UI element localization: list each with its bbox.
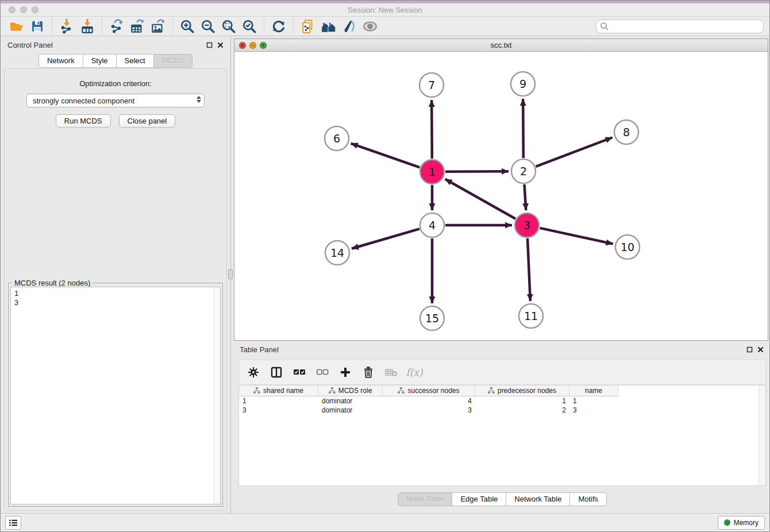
panel-splitter-handle[interactable] xyxy=(228,269,233,279)
export-image-button[interactable] xyxy=(148,17,168,36)
export-network-icon xyxy=(109,19,124,34)
node-table: shared nameMCDS rolesuccessor nodesprede… xyxy=(238,385,766,486)
graph-edge-2-8[interactable] xyxy=(536,137,613,167)
column-header-shared-name[interactable]: shared name xyxy=(239,385,318,396)
gear-button[interactable] xyxy=(246,365,261,380)
run-mcds-button[interactable]: Run MCDS xyxy=(56,114,111,128)
apply-layout-icon xyxy=(271,19,286,34)
search-box[interactable] xyxy=(596,20,764,33)
zoom-selected-button[interactable] xyxy=(239,17,260,36)
tab-mcds[interactable]: MCDS xyxy=(154,54,192,68)
save-session-button[interactable] xyxy=(27,17,48,36)
table-cell[interactable]: 1 xyxy=(475,396,569,406)
select-all-columns-button[interactable] xyxy=(292,365,307,380)
import-table-button[interactable] xyxy=(77,17,98,36)
clone-network-button[interactable] xyxy=(298,17,318,36)
table-cell[interactable]: 2 xyxy=(475,406,569,415)
graph-edge-3-11[interactable] xyxy=(528,238,530,301)
zoom-in-button[interactable] xyxy=(177,17,198,36)
table-cell[interactable]: 3 xyxy=(383,406,475,415)
function-builder-button[interactable]: f(x) xyxy=(407,365,422,380)
graph-edge-2-3[interactable] xyxy=(524,184,526,210)
graph-edge-2-9[interactable] xyxy=(523,99,523,158)
network-overview-icon xyxy=(321,19,337,34)
graph-edge-1-6[interactable] xyxy=(351,144,420,168)
task-history-button[interactable] xyxy=(5,516,21,530)
open-session-button[interactable] xyxy=(6,17,27,36)
table-cell[interactable]: dominator xyxy=(318,396,383,406)
tab-node-table[interactable]: Node Table xyxy=(398,492,453,506)
tab-network[interactable]: Network xyxy=(38,54,83,68)
tab-network-table[interactable]: Network Table xyxy=(506,492,570,506)
close-panel-icon[interactable] xyxy=(757,346,764,353)
close-panel-icon[interactable] xyxy=(217,42,224,48)
table-cell[interactable]: 4 xyxy=(383,396,475,406)
table-row[interactable]: 1dominator411 xyxy=(239,396,765,406)
table-cell[interactable]: 3 xyxy=(569,406,618,415)
mcds-tab-content: Optimization criterion: strongly connect… xyxy=(4,68,227,511)
tab-style[interactable]: Style xyxy=(83,54,117,68)
float-panel-icon[interactable] xyxy=(746,346,753,353)
import-network-button[interactable] xyxy=(56,17,77,36)
export-network-button[interactable] xyxy=(106,17,127,36)
tab-select[interactable]: Select xyxy=(117,54,154,68)
columns-button[interactable] xyxy=(269,365,284,380)
graph-node-label: 2 xyxy=(520,165,527,178)
add-column-button[interactable] xyxy=(338,365,353,380)
search-input[interactable] xyxy=(609,21,760,32)
graph-node-label: 8 xyxy=(623,126,630,138)
criterion-dropdown[interactable]: strongly connected component xyxy=(26,94,205,107)
table-row[interactable]: 3dominator323 xyxy=(239,406,765,415)
toolbar-separator xyxy=(293,18,294,34)
table-cell[interactable]: 1 xyxy=(569,396,618,406)
tab-motifs[interactable]: Motifs xyxy=(570,492,607,506)
memory-button[interactable]: Memory xyxy=(718,516,765,530)
graphics-details-button[interactable] xyxy=(339,17,360,36)
graph-node-label: 15 xyxy=(425,312,439,325)
add-column-icon xyxy=(340,367,351,378)
mcds-result-text[interactable]: 1 3 xyxy=(10,287,221,504)
toolbar-separator xyxy=(172,18,173,34)
graph-edge-1-7[interactable] xyxy=(432,100,432,159)
graph-node-label: 6 xyxy=(333,132,340,145)
graph-node-label: 10 xyxy=(621,241,634,253)
apply-layout-button[interactable] xyxy=(268,17,289,36)
table-cell[interactable]: dominator xyxy=(318,406,383,415)
graph-node-label: 11 xyxy=(524,310,538,322)
eye-icon xyxy=(362,19,378,34)
import-network-icon xyxy=(59,19,74,34)
graph-edge-1-2[interactable] xyxy=(445,171,509,172)
network-window-titlebar[interactable]: × − + scc.txt xyxy=(234,39,768,52)
network-canvas[interactable]: 7968124314101511 xyxy=(234,52,768,340)
graph-edge-3-1[interactable] xyxy=(445,179,515,219)
network-overview-button[interactable] xyxy=(318,17,339,36)
trash-icon xyxy=(363,367,374,378)
graph-edge-3-10[interactable] xyxy=(540,228,613,244)
zoom-out-button[interactable] xyxy=(198,17,218,36)
save-session-icon xyxy=(30,20,44,33)
toolbar-separator xyxy=(102,18,102,34)
unselect-all-columns-button[interactable] xyxy=(315,365,330,380)
column-header-MCDS-role[interactable]: MCDS role xyxy=(318,385,383,396)
column-header-predecessor-nodes[interactable]: predecessor nodes xyxy=(475,385,569,396)
column-header-name[interactable]: name xyxy=(569,385,618,396)
table-scrollbar[interactable] xyxy=(759,385,765,485)
control-panel: Control Panel NetworkStyleSelectMCDS Opt… xyxy=(1,36,231,514)
delete-table-button[interactable] xyxy=(384,365,399,380)
zoom-fit-button[interactable] xyxy=(218,17,239,36)
close-panel-button[interactable]: Close panel xyxy=(119,114,176,128)
table-cell[interactable]: 3 xyxy=(239,406,318,415)
mcds-result-title: MCDS result (2 nodes) xyxy=(12,279,93,287)
delete-column-button[interactable] xyxy=(361,365,376,380)
eye-button[interactable] xyxy=(360,17,380,36)
tab-edge-table[interactable]: Edge Table xyxy=(452,492,506,506)
network-view-window: × − + scc.txt 7968124314101511 xyxy=(234,38,768,341)
table-cell[interactable]: 1 xyxy=(239,396,318,406)
column-header-successor-nodes[interactable]: successor nodes xyxy=(383,385,475,396)
result-scrollbar[interactable] xyxy=(214,287,220,504)
graph-node-label: 3 xyxy=(523,219,530,232)
export-table-button[interactable] xyxy=(127,17,148,36)
float-panel-icon[interactable] xyxy=(206,42,213,48)
graph-edge-4-14[interactable] xyxy=(352,229,419,248)
graph-node-label: 14 xyxy=(330,246,344,259)
